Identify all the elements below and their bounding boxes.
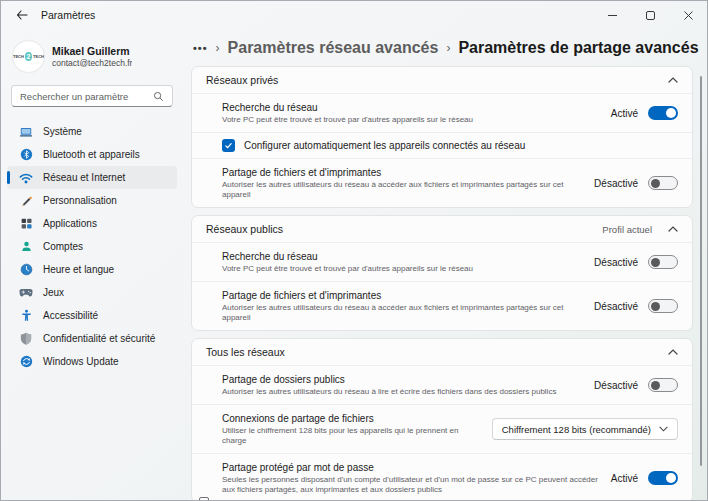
bluetooth-icon xyxy=(19,148,33,162)
system-icon xyxy=(19,125,33,139)
toggle-state-label: Désactivé xyxy=(594,257,638,268)
setting-title: Recherche du réseau xyxy=(222,250,584,263)
setting-row-partage-fichiers: Partage de fichiers et d'imprimantes Aut… xyxy=(192,158,692,207)
shield-icon xyxy=(19,332,33,346)
wifi-icon xyxy=(19,171,33,185)
brush-icon xyxy=(19,194,33,208)
toggle-state-label: Activé xyxy=(611,473,638,484)
clock-icon xyxy=(19,263,33,277)
section-header[interactable]: Réseaux publics Profil actuel xyxy=(192,216,692,242)
toggle-state-label: Désactivé xyxy=(594,178,638,189)
breadcrumb-ellipsis-button[interactable]: ••• xyxy=(193,42,208,54)
setting-title: Partage protégé par mot de passe xyxy=(222,461,601,474)
sidebar-item-systeme[interactable]: Système xyxy=(7,120,177,143)
search-box[interactable] xyxy=(11,85,173,107)
setting-title: Partage de fichiers et d'imprimantes xyxy=(222,166,584,179)
maximize-button[interactable] xyxy=(631,1,669,29)
setting-row-recherche-reseau: Recherche du réseau Votre PC peut être t… xyxy=(192,242,692,281)
setting-title: Partage de fichiers et d'imprimantes xyxy=(222,289,584,302)
apps-icon xyxy=(19,217,33,231)
file-printer-sharing-toggle[interactable] xyxy=(648,176,678,190)
sidebar-item-windows-update[interactable]: Windows Update xyxy=(7,350,177,373)
sidebar-item-jeux[interactable]: Jeux xyxy=(7,281,177,304)
search-icon xyxy=(153,91,164,102)
breadcrumb: ••• › Paramètres réseau avancés › Paramè… xyxy=(193,39,707,57)
public-folder-sharing-toggle[interactable] xyxy=(648,378,678,392)
accessibility-icon xyxy=(19,309,33,323)
chevron-right-icon: › xyxy=(446,41,450,55)
sidebar-item-comptes[interactable]: Comptes xyxy=(7,235,177,258)
chevron-up-icon[interactable] xyxy=(668,349,678,355)
avatar: TECH 2 TECH xyxy=(13,41,44,72)
titlebar: Paramètres xyxy=(1,1,707,29)
minimize-button[interactable] xyxy=(593,1,631,29)
sidebar-item-applications[interactable]: Applications xyxy=(7,212,177,235)
setting-title: Partage de dossiers publics xyxy=(222,373,584,386)
sidebar-item-bluetooth[interactable]: Bluetooth et appareils xyxy=(7,143,177,166)
setting-title: Recherche du réseau xyxy=(222,101,601,114)
sidebar-item-heure-langue[interactable]: Heure et langue xyxy=(7,258,177,281)
chevron-up-icon[interactable] xyxy=(668,226,678,232)
network-discovery-toggle[interactable] xyxy=(648,106,678,120)
search-input[interactable] xyxy=(20,91,153,102)
setting-title: Connexions de partage de fichiers xyxy=(222,412,482,425)
close-button[interactable] xyxy=(669,1,707,29)
network-discovery-toggle-public[interactable] xyxy=(648,255,678,269)
section-reseaux-prives: Réseaux privés Recherche du réseau Votre… xyxy=(191,66,693,208)
minimize-icon xyxy=(608,11,617,20)
user-name: Mikael Guillerm xyxy=(52,45,132,58)
avatar-logo-left: TECH xyxy=(13,54,24,59)
setting-row-recherche-reseau: Recherche du réseau Votre PC peut être t… xyxy=(192,93,692,132)
setting-row-dossiers-publics: Partage de dossiers publics Autoriser le… xyxy=(192,365,692,404)
back-arrow-icon xyxy=(16,10,28,20)
encryption-dropdown[interactable]: Chiffrement 128 bits (recommandé) xyxy=(492,418,678,440)
file-printer-sharing-toggle-public[interactable] xyxy=(648,299,678,313)
sidebar-item-confidentialite[interactable]: Confidentialité et sécurité xyxy=(7,327,177,350)
section-header[interactable]: Tous les réseaux xyxy=(192,339,692,365)
setting-description: Utiliser le chiffrement 128 bits pour le… xyxy=(222,426,482,446)
chevron-right-icon: › xyxy=(216,41,220,55)
vertical-scrollbar[interactable] xyxy=(700,76,703,466)
auto-setup-checkbox[interactable] xyxy=(222,139,235,152)
setting-description: Votre PC peut être trouvé et trouvé par … xyxy=(222,264,584,274)
setting-row-partage-protege: Partage protégé par mot de passe Seules … xyxy=(192,453,692,501)
dropdown-value: Chiffrement 128 bits (recommandé) xyxy=(502,424,651,435)
sidebar: TECH 2 TECH Mikael Guillerm contact@tech… xyxy=(1,29,183,501)
feedback-icon-partial[interactable] xyxy=(199,497,209,501)
back-button[interactable] xyxy=(7,4,37,26)
setting-description: Votre PC peut être trouvé et trouvé par … xyxy=(222,115,601,125)
setting-description: Seules les personnes disposant d'un comp… xyxy=(222,475,601,495)
gamepad-icon xyxy=(19,286,33,300)
user-email: contact@tech2tech.fr xyxy=(52,58,132,69)
sidebar-item-reseau-internet[interactable]: Réseau et Internet xyxy=(7,166,177,189)
section-tous-les-reseaux: Tous les réseaux Partage de dossiers pub… xyxy=(191,338,693,501)
maximize-icon xyxy=(646,11,655,20)
setting-description: Autoriser les autres utilisateurs du rés… xyxy=(222,303,584,323)
toggle-state-label: Désactivé xyxy=(594,380,638,391)
sidebar-item-personnalisation[interactable]: Personnalisation xyxy=(7,189,177,212)
current-profile-badge: Profil actuel xyxy=(602,224,652,235)
password-protected-sharing-toggle[interactable] xyxy=(648,471,678,485)
update-icon xyxy=(19,355,33,369)
section-header[interactable]: Réseaux privés xyxy=(192,67,692,93)
toggle-state-label: Activé xyxy=(611,108,638,119)
setting-row-auto-setup: Configurer automatiquement les appareils… xyxy=(192,132,692,158)
sidebar-item-accessibilite[interactable]: Accessibilité xyxy=(7,304,177,327)
sidebar-nav: Système Bluetooth et appareils Réseau et… xyxy=(1,120,183,373)
breadcrumb-parent[interactable]: Paramètres réseau avancés xyxy=(228,39,439,57)
section-title: Réseaux publics xyxy=(206,223,602,235)
section-title: Réseaux privés xyxy=(206,74,668,86)
setting-description: Autoriser les autres utilisateurs du rés… xyxy=(222,180,584,200)
user-profile[interactable]: TECH 2 TECH Mikael Guillerm contact@tech… xyxy=(13,41,173,72)
chevron-up-icon[interactable] xyxy=(668,77,678,83)
toggle-state-label: Désactivé xyxy=(594,301,638,312)
checkbox-label: Configurer automatiquement les appareils… xyxy=(244,140,525,151)
close-icon xyxy=(684,11,693,20)
breadcrumb-current: Paramètres de partage avancés xyxy=(458,39,698,57)
account-icon xyxy=(19,240,33,254)
setting-description: Autoriser les autres utilisateurs du rés… xyxy=(222,387,584,397)
window-title: Paramètres xyxy=(41,9,95,21)
content-area: ••• › Paramètres réseau avancés › Paramè… xyxy=(183,29,707,501)
setting-row-partage-fichiers: Partage de fichiers et d'imprimantes Aut… xyxy=(192,281,692,330)
settings-window: Paramètres TECH 2 TECH Mikael Guillerm c… xyxy=(0,0,708,501)
